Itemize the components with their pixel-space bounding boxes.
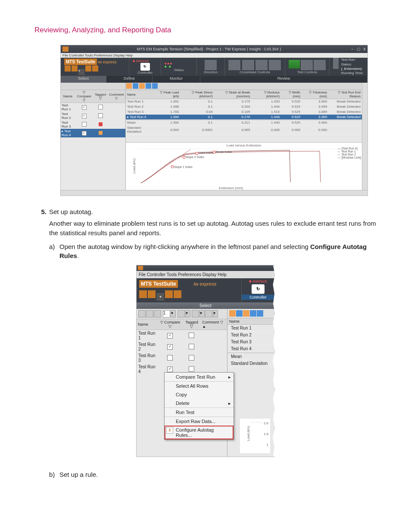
tagged-checkbox[interactable]: [189, 355, 194, 361]
menu-item-configure-autotag[interactable]: 1 Configure Autotag Rules...: [165, 426, 234, 439]
left-toolbar[interactable]: [61, 83, 125, 90]
compare-checkbox[interactable]: [82, 122, 87, 127]
compare-checkbox[interactable]: [167, 367, 173, 372]
tab-review[interactable]: Review: [200, 76, 367, 83]
compare-checkbox[interactable]: [82, 131, 87, 136]
col-name[interactable]: Name: [61, 90, 75, 103]
dropdown-icon[interactable]: ▾: [171, 310, 176, 317]
toolbar-icon[interactable]: [65, 65, 71, 72]
table-row-selected[interactable]: ▸ Test Run 4: [61, 129, 125, 137]
toolbar-icon[interactable]: [133, 83, 138, 89]
dropdown-icon[interactable]: ▾: [185, 310, 190, 317]
stop-button[interactable]: [314, 60, 326, 70]
toolbar-icon[interactable]: [126, 83, 132, 89]
results-grid[interactable]: Name ▽ Peak Load (kN) ▽ Peak Stress (kN/…: [126, 90, 362, 134]
col-compare[interactable]: ▽ Compare ▽: [75, 90, 93, 103]
tagged-checkbox[interactable]: [189, 344, 194, 349]
col-tagged[interactable]: Tagged ▽: [93, 90, 108, 103]
results-toolbar[interactable]: [227, 309, 274, 318]
table-row[interactable]: Test Run 2: [227, 332, 274, 339]
toolbar-icon[interactable]: [177, 310, 185, 317]
table-row[interactable]: Test Run 1: [227, 325, 274, 332]
tab-select[interactable]: Select: [61, 76, 106, 83]
toolbar-icon[interactable]: [243, 310, 249, 317]
toolbar-icon[interactable]: [236, 310, 243, 317]
crosshead-button[interactable]: [228, 60, 240, 70]
toolbar-icon[interactable]: [192, 310, 199, 317]
dropdown-icon[interactable]: ▾: [213, 310, 218, 317]
results-toolbar[interactable]: [126, 83, 362, 90]
toolbar-icon[interactable]: [229, 310, 236, 317]
toolbar-icon[interactable]: [154, 310, 161, 317]
toolbar-icon[interactable]: [72, 65, 78, 72]
table-row[interactable]: Test Run 21.9880.10.2041.4449.5253.959Br…: [126, 104, 362, 109]
left-toolbar[interactable]: 1▾ ▾ ▾▾: [137, 309, 227, 319]
toolbar-icon[interactable]: [165, 290, 173, 298]
window-close-button[interactable]: X: [361, 47, 367, 51]
test-run-table[interactable]: Name ▽ Compare ▽ Tagged ▽ Comment ▽ Test…: [61, 90, 125, 137]
table-row[interactable]: Test Run 11.9810.10.1751.4339.5253.969Br…: [126, 99, 362, 104]
report-icon[interactable]: [333, 58, 339, 69]
table-row[interactable]: Test Run 2: [61, 112, 125, 120]
menu-item-select-all[interactable]: Select All Rows: [165, 381, 234, 390]
pause-button[interactable]: [301, 60, 313, 70]
tagged-checkbox[interactable]: [98, 105, 103, 109]
col-comment[interactable]: Comment ▽: [108, 90, 125, 103]
toolbar-icon[interactable]: [138, 310, 146, 317]
toolbar-icon[interactable]: [205, 310, 212, 317]
table-row[interactable]: Test Run 3: [227, 339, 274, 345]
table-row[interactable]: Test Run 3: [137, 352, 227, 364]
menu-item-compare[interactable]: Compare Test Run▸: [165, 373, 234, 381]
toolbar-icon[interactable]: ▾: [156, 293, 164, 301]
compare-checkbox[interactable]: [82, 114, 87, 118]
toolbar-icons[interactable]: ▾: [139, 290, 239, 301]
crosshead-button[interactable]: [269, 60, 281, 70]
table-row[interactable]: Test Run 1: [137, 330, 227, 342]
menu-item-run-test[interactable]: Run Test: [165, 408, 234, 417]
menu-item-export[interactable]: Export Raw Data...: [165, 417, 234, 426]
toolbar-icon[interactable]: [92, 65, 98, 72]
table-row[interactable]: Test Run 31.7830.040.1051.5169.5253.889B…: [126, 109, 362, 115]
table-row[interactable]: Test Run 1: [61, 103, 125, 112]
toolbar-icon[interactable]: ▾: [78, 69, 84, 75]
toolbar-icon[interactable]: [148, 290, 156, 298]
menu-item-delete[interactable]: Delete▸: [165, 399, 234, 408]
tagged-checkbox[interactable]: [189, 366, 194, 372]
vertical-scrollbar[interactable]: [362, 83, 367, 190]
toolbar-icon[interactable]: [257, 310, 263, 317]
toolbar-icon[interactable]: [139, 290, 147, 298]
toolbar-icon[interactable]: [85, 65, 91, 72]
tagged-checkbox[interactable]: [98, 113, 103, 118]
toolbar-icon[interactable]: [152, 83, 158, 89]
direction-control[interactable]: [205, 60, 217, 70]
toolbar-icon[interactable]: [146, 310, 153, 317]
menu-bar[interactable]: File Controller Tools Preferences Displa…: [61, 53, 367, 58]
toolbar-icon[interactable]: [174, 290, 181, 298]
compare-checkbox[interactable]: [167, 355, 173, 361]
tagged-indicator[interactable]: [99, 122, 103, 126]
compare-checkbox[interactable]: [82, 105, 87, 110]
controller-reset-icon[interactable]: ↻: [252, 284, 265, 294]
toolbar-icons[interactable]: ▾: [64, 65, 125, 75]
tab-define[interactable]: Define: [106, 76, 153, 83]
crosshead-button[interactable]: [242, 60, 254, 70]
controller-reset-icon[interactable]: ↻: [140, 63, 150, 71]
table-row[interactable]: Test Run 3: [61, 120, 125, 129]
toolbar-icon[interactable]: [139, 83, 145, 89]
table-row[interactable]: Test Run 2: [137, 341, 227, 352]
col-name[interactable]: Name: [227, 318, 274, 325]
run-button[interactable]: [289, 60, 300, 68]
dropdown-icon[interactable]: ▾: [199, 310, 205, 317]
table-row-selected[interactable]: ▸ Test Run 41.9840.10.1761.4449.5253.969…: [126, 115, 362, 120]
horizontal-scrollbar[interactable]: [61, 190, 367, 196]
toolbar-icon[interactable]: [146, 83, 151, 89]
menu-item-copy[interactable]: Copy: [165, 390, 234, 399]
window-maximize-button[interactable]: ▢: [355, 47, 361, 51]
tagged-checkbox[interactable]: [99, 131, 103, 135]
tab-select[interactable]: Select: [137, 302, 274, 309]
toolbar-icon[interactable]: 1: [163, 310, 170, 317]
table-row[interactable]: Test Run 4: [227, 345, 274, 352]
crosshead-button[interactable]: [255, 60, 268, 70]
test-run-table[interactable]: Name ▽ Compare ▽ Tagged ▽ Comment ▽ ▲ Te…: [137, 319, 227, 375]
window-minimize-button[interactable]: –: [349, 47, 355, 51]
